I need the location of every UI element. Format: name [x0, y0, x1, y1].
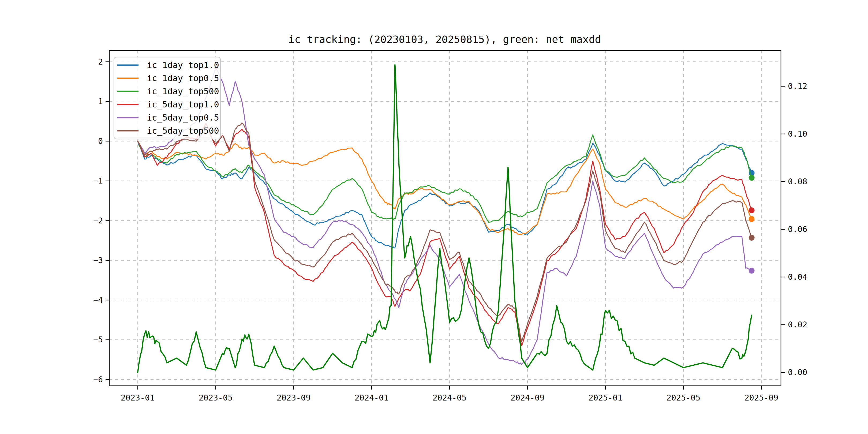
y-left-tick-label: −2: [93, 216, 103, 225]
series-end-dot-ic-5day-top1-0: [749, 207, 755, 213]
y-right-tick-label: 0.06: [788, 224, 807, 234]
y-right-tick-label: 0.04: [788, 272, 807, 282]
x-tick-label: 2025-05: [666, 393, 700, 402]
y-right-tick-label: 0.12: [788, 82, 807, 91]
x-tick-label: 2024-09: [510, 393, 545, 402]
series-line-ic-5day-top1-0: [138, 123, 752, 346]
x-tick-label: 2024-05: [433, 393, 466, 402]
y-right-tick-label: 0.08: [788, 177, 807, 186]
y-left-tick-label: 0: [98, 136, 103, 146]
legend-label: ic_5day_top500: [147, 126, 219, 136]
series-end-dot-ic-5day-top0-5: [749, 268, 755, 274]
y-right-tick-label: 0.02: [788, 320, 807, 329]
x-tick-label: 2023-01: [121, 393, 155, 402]
y-left-tick-label: −6: [93, 375, 103, 384]
chart-title: ic tracking: (20230103, 20250815), green…: [288, 33, 601, 45]
ic-tracking-chart: 210−1−2−3−4−5−60.120.100.080.060.040.020…: [0, 0, 868, 434]
legend-label: ic_1day_top1.0: [147, 60, 219, 70]
x-tick-label: 2025-09: [744, 393, 778, 402]
y-left-tick-label: 2: [98, 57, 103, 66]
series-layer: [138, 65, 755, 372]
x-tick-label: 2023-05: [199, 393, 232, 402]
y-left-tick-label: −4: [93, 295, 103, 305]
x-tick-label: 2023-09: [277, 393, 310, 402]
y-left-tick-label: 1: [98, 97, 103, 106]
legend-label: ic_5day_top0.5: [147, 113, 219, 123]
y-right-tick-label: 0.00: [788, 368, 807, 377]
y-left-tick-label: −3: [93, 255, 103, 265]
y-right-tick-label: 0.10: [788, 129, 807, 138]
legend-label: ic_1day_top0.5: [147, 73, 219, 83]
figure-canvas: 210−1−2−3−4−5−60.120.100.080.060.040.020…: [0, 0, 868, 434]
series-end-dot-ic-5day-top500: [749, 235, 755, 241]
x-tick-label: 2025-01: [589, 393, 622, 402]
legend-label: ic_5day_top1.0: [147, 99, 219, 110]
series-line-ic-5day-top500: [138, 123, 752, 342]
series-end-dot-ic-1day-top500: [749, 175, 755, 181]
series-end-dot-ic-1day-top0-5: [749, 216, 755, 222]
x-tick-label: 2024-01: [355, 393, 389, 402]
legend: ic_1day_top1.0ic_1day_top0.5ic_1day_top5…: [114, 57, 220, 139]
series-line-net-maxdd: [138, 65, 752, 372]
series-line-ic-1day-top1-0: [138, 141, 752, 248]
y-left-tick-label: −5: [93, 335, 103, 344]
y-left-tick-label: −1: [93, 176, 103, 185]
legend-label: ic_1day_top500: [147, 86, 219, 96]
series-line-ic-5day-top0-5: [138, 68, 752, 365]
